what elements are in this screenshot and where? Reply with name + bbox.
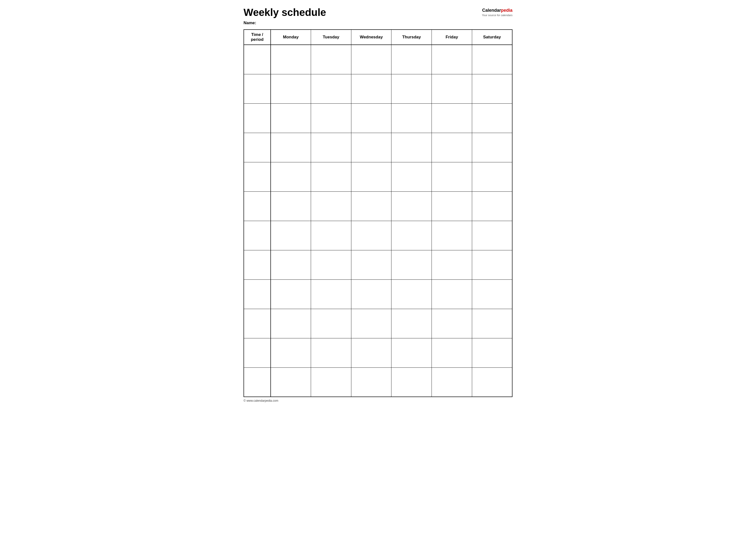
table-row (244, 133, 512, 162)
schedule-cell[interactable] (271, 191, 311, 221)
schedule-cell[interactable] (391, 368, 432, 397)
schedule-cell[interactable] (311, 103, 351, 133)
schedule-cell[interactable] (351, 338, 391, 368)
schedule-cell[interactable] (432, 250, 472, 279)
table-row (244, 162, 512, 191)
schedule-cell[interactable] (271, 279, 311, 309)
schedule-cell[interactable] (391, 45, 432, 74)
logo-subtitle: Your source for calendars (482, 14, 512, 17)
table-row (244, 221, 512, 250)
schedule-cell[interactable] (391, 133, 432, 162)
time-cell[interactable] (244, 338, 271, 368)
logo-text: Calendarpedia (482, 8, 512, 13)
schedule-cell[interactable] (432, 74, 472, 103)
schedule-cell[interactable] (351, 368, 391, 397)
table-row (244, 338, 512, 368)
time-cell[interactable] (244, 250, 271, 279)
schedule-cell[interactable] (271, 133, 311, 162)
col-header-time: Time / period (244, 30, 271, 45)
col-header-friday: Friday (432, 30, 472, 45)
schedule-cell[interactable] (311, 191, 351, 221)
schedule-cell[interactable] (432, 191, 472, 221)
schedule-cell[interactable] (432, 103, 472, 133)
schedule-cell[interactable] (391, 279, 432, 309)
time-cell[interactable] (244, 133, 271, 162)
schedule-cell[interactable] (271, 250, 311, 279)
schedule-cell[interactable] (391, 221, 432, 250)
schedule-cell[interactable] (311, 45, 351, 74)
time-cell[interactable] (244, 221, 271, 250)
schedule-cell[interactable] (351, 221, 391, 250)
schedule-cell[interactable] (311, 250, 351, 279)
schedule-cell[interactable] (351, 250, 391, 279)
time-cell[interactable] (244, 191, 271, 221)
schedule-cell[interactable] (351, 133, 391, 162)
schedule-cell[interactable] (271, 103, 311, 133)
schedule-cell[interactable] (391, 338, 432, 368)
schedule-cell[interactable] (351, 74, 391, 103)
schedule-cell[interactable] (432, 133, 472, 162)
schedule-cell[interactable] (391, 191, 432, 221)
schedule-cell[interactable] (472, 74, 512, 103)
time-cell[interactable] (244, 309, 271, 338)
schedule-cell[interactable] (472, 309, 512, 338)
schedule-cell[interactable] (472, 338, 512, 368)
schedule-cell[interactable] (351, 162, 391, 191)
time-cell[interactable] (244, 162, 271, 191)
schedule-cell[interactable] (311, 338, 351, 368)
schedule-cell[interactable] (271, 162, 311, 191)
col-header-saturday: Saturday (472, 30, 512, 45)
schedule-cell[interactable] (391, 162, 432, 191)
table-row (244, 74, 512, 103)
time-cell[interactable] (244, 74, 271, 103)
schedule-cell[interactable] (311, 133, 351, 162)
schedule-cell[interactable] (472, 45, 512, 74)
schedule-cell[interactable] (391, 74, 432, 103)
schedule-cell[interactable] (432, 309, 472, 338)
schedule-cell[interactable] (351, 45, 391, 74)
schedule-cell[interactable] (472, 162, 512, 191)
schedule-cell[interactable] (432, 221, 472, 250)
schedule-cell[interactable] (311, 162, 351, 191)
schedule-cell[interactable] (391, 103, 432, 133)
schedule-cell[interactable] (391, 250, 432, 279)
schedule-cell[interactable] (271, 338, 311, 368)
schedule-cell[interactable] (271, 309, 311, 338)
time-cell[interactable] (244, 368, 271, 397)
schedule-cell[interactable] (311, 74, 351, 103)
schedule-cell[interactable] (472, 103, 512, 133)
logo-area: Calendarpedia Your source for calendars (482, 7, 512, 17)
schedule-cell[interactable] (311, 309, 351, 338)
schedule-cell[interactable] (311, 368, 351, 397)
time-cell[interactable] (244, 45, 271, 74)
schedule-cell[interactable] (472, 221, 512, 250)
schedule-cell[interactable] (271, 368, 311, 397)
schedule-cell[interactable] (432, 45, 472, 74)
schedule-cell[interactable] (472, 191, 512, 221)
schedule-cell[interactable] (472, 133, 512, 162)
schedule-cell[interactable] (271, 74, 311, 103)
schedule-cell[interactable] (311, 279, 351, 309)
schedule-cell[interactable] (351, 103, 391, 133)
col-header-tuesday: Tuesday (311, 30, 351, 45)
schedule-cell[interactable] (472, 279, 512, 309)
schedule-cell[interactable] (311, 221, 351, 250)
schedule-cell[interactable] (351, 309, 391, 338)
schedule-cell[interactable] (432, 279, 472, 309)
schedule-cell[interactable] (432, 338, 472, 368)
time-cell[interactable] (244, 103, 271, 133)
time-cell[interactable] (244, 279, 271, 309)
table-row (244, 250, 512, 279)
schedule-cell[interactable] (472, 368, 512, 397)
col-header-monday: Monday (271, 30, 311, 45)
schedule-cell[interactable] (271, 45, 311, 74)
schedule-cell[interactable] (472, 250, 512, 279)
table-row (244, 279, 512, 309)
col-header-thursday: Thursday (391, 30, 432, 45)
schedule-cell[interactable] (432, 162, 472, 191)
schedule-cell[interactable] (391, 309, 432, 338)
schedule-cell[interactable] (432, 368, 472, 397)
schedule-cell[interactable] (271, 221, 311, 250)
schedule-cell[interactable] (351, 191, 391, 221)
schedule-cell[interactable] (351, 279, 391, 309)
